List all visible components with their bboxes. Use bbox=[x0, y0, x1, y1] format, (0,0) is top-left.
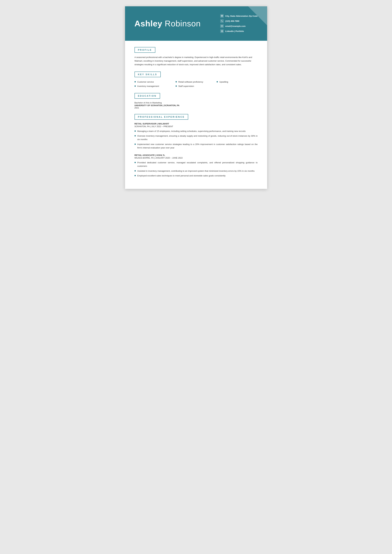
job-location-1: SCRANTON, PA | JULY 2022 – PRESENT bbox=[134, 125, 258, 128]
bullet-item: Employed excellent sales techniques to m… bbox=[134, 174, 258, 177]
skills-section: KEY SKILLS Customer service Retail softw… bbox=[134, 71, 258, 88]
bullet-dot bbox=[134, 130, 136, 132]
skill-label: Customer service bbox=[137, 81, 154, 83]
skill-dot bbox=[217, 81, 218, 83]
bullet-dot bbox=[134, 162, 136, 163]
phone-text: (123) 456-7890 bbox=[225, 20, 239, 22]
address-text: City, State Abbreviation Zip Code bbox=[225, 15, 258, 17]
skills-section-header: KEY SKILLS bbox=[134, 71, 161, 77]
education-section-header: EDUCATION bbox=[134, 93, 160, 99]
job-bullets-1: Managing a team of 15 employees, includi… bbox=[134, 129, 258, 150]
bullet-item: Managing a team of 15 employees, includi… bbox=[134, 129, 258, 133]
edu-year: 2021 bbox=[134, 107, 258, 109]
svg-rect-2 bbox=[222, 16, 222, 16]
bullet-item: Implemented new customer service strateg… bbox=[134, 143, 258, 150]
skill-dot bbox=[134, 81, 136, 83]
bullet-dot bbox=[134, 170, 136, 171]
skills-grid: Customer service Retail software profici… bbox=[134, 80, 258, 88]
skill-dot bbox=[175, 81, 177, 83]
first-name: Ashley bbox=[134, 19, 162, 28]
profile-title: PROFILE bbox=[138, 49, 152, 51]
skill-item: Upselling bbox=[217, 80, 258, 84]
education-section: EDUCATION Bachelor of Arts in Marketing … bbox=[134, 93, 258, 109]
skill-label: Inventory management bbox=[137, 85, 159, 87]
header: Ashley Robinson City, State Abbreviation… bbox=[125, 6, 267, 41]
job-location-2: WILKES-BARRE, PA | JANUARY 2020 – JUNE 2… bbox=[134, 157, 258, 159]
bullet-text: Oversee inventory management, ensuring a… bbox=[137, 134, 258, 141]
email-text: email@example.com bbox=[225, 25, 245, 27]
skill-label: Retail software proficiency bbox=[178, 81, 203, 83]
skill-dot bbox=[175, 85, 177, 87]
contact-info: City, State Abbreviation Zip Code (123) … bbox=[220, 14, 258, 33]
bullet-text: Provided dedicated customer service, man… bbox=[137, 161, 258, 168]
bullet-dot bbox=[134, 144, 136, 145]
education-title: EDUCATION bbox=[138, 95, 157, 97]
email-icon bbox=[220, 24, 224, 28]
bullet-item: Oversee inventory management, ensuring a… bbox=[134, 134, 258, 141]
job-block-1: RETAIL SUPERVISOR | WALMART SCRANTON, PA… bbox=[134, 123, 258, 150]
edu-degree: Bachelor of Arts in Marketing bbox=[134, 102, 258, 104]
bullet-text: Employed excellent sales techniques to m… bbox=[137, 174, 226, 177]
skill-label: Staff supervision bbox=[178, 85, 194, 87]
resume-page: Ashley Robinson City, State Abbreviation… bbox=[125, 6, 267, 189]
skill-item: Retail software proficiency bbox=[175, 80, 217, 84]
candidate-name: Ashley Robinson bbox=[134, 19, 201, 28]
phone-item: (123) 456-7890 bbox=[220, 19, 258, 23]
profile-section: PROFILE A seasoned professional with a b… bbox=[134, 47, 258, 66]
links-text: LinkedIn | Portfolio bbox=[225, 30, 244, 32]
bullet-text: Assisted in inventory management, contri… bbox=[137, 169, 255, 173]
skill-dot bbox=[134, 85, 136, 87]
bullet-item: Assisted in inventory management, contri… bbox=[134, 169, 258, 173]
edu-school: UNIVERSITY OF SCRANTON | Scranton, PA bbox=[134, 104, 258, 107]
email-item: email@example.com bbox=[220, 24, 258, 28]
last-name: Robinson bbox=[162, 19, 201, 28]
bullet-text: Implemented new customer service strateg… bbox=[137, 143, 258, 150]
education-content: Bachelor of Arts in Marketing UNIVERSITY… bbox=[134, 102, 258, 109]
skill-item: Customer service bbox=[134, 80, 175, 84]
experience-section: PROFESSIONAL EXPERIENCE RETAIL SUPERVISO… bbox=[134, 114, 258, 177]
links-item: LinkedIn | Portfolio bbox=[220, 29, 258, 33]
skill-item: Inventory management bbox=[134, 84, 175, 88]
profile-content: A seasoned professional with a bachelor'… bbox=[134, 56, 258, 66]
address-icon bbox=[220, 14, 224, 18]
bullet-dot bbox=[134, 135, 136, 136]
job-block-2: RETAIL ASSOCIATE | KOHL'S, WILKES-BARRE,… bbox=[134, 154, 258, 177]
address-item: City, State Abbreviation Zip Code bbox=[220, 14, 258, 18]
bullet-text: Managing a team of 15 employees, includi… bbox=[137, 129, 246, 133]
svg-rect-3 bbox=[221, 26, 223, 27]
job-bullets-2: Provided dedicated customer service, man… bbox=[134, 161, 258, 177]
bullet-item: Provided dedicated customer service, man… bbox=[134, 161, 258, 168]
profile-section-header: PROFILE bbox=[134, 47, 155, 53]
experience-section-header: PROFESSIONAL EXPERIENCE bbox=[134, 114, 188, 120]
experience-title: PROFESSIONAL EXPERIENCE bbox=[138, 116, 185, 118]
job-title-2: RETAIL ASSOCIATE | KOHL'S, bbox=[134, 154, 258, 156]
resume-body: PROFILE A seasoned professional with a b… bbox=[125, 41, 267, 189]
skills-title: KEY SKILLS bbox=[138, 73, 157, 76]
skill-label: Upselling bbox=[219, 81, 228, 83]
bullet-dot bbox=[134, 175, 136, 176]
phone-icon bbox=[220, 19, 224, 23]
svg-point-4 bbox=[221, 30, 223, 32]
skill-item: Staff supervision bbox=[175, 84, 217, 88]
links-icon bbox=[220, 29, 224, 33]
job-title-1: RETAIL SUPERVISOR | WALMART bbox=[134, 123, 258, 125]
